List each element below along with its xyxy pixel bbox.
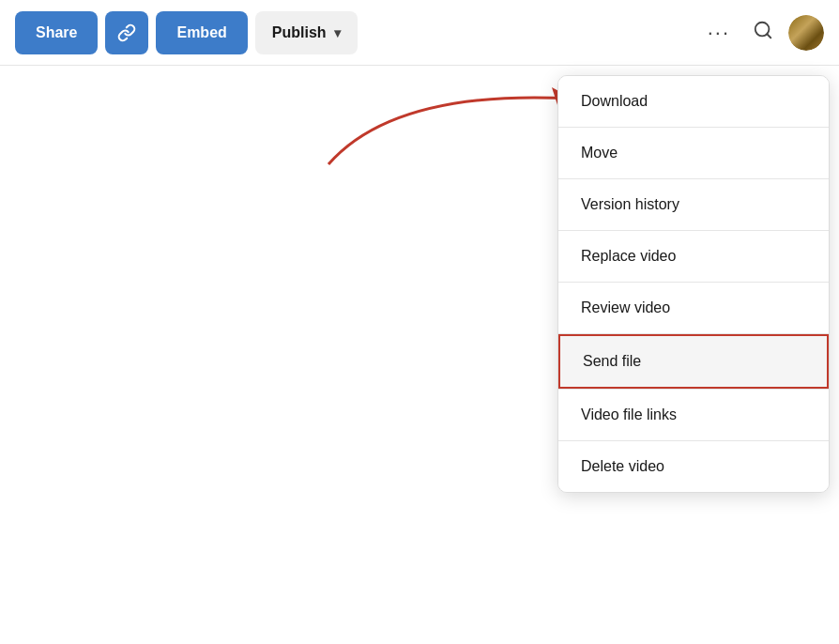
dropdown-menu: Download Move Version history Replace vi… [557,75,830,493]
more-options-button[interactable]: ··· [700,21,738,45]
publish-button[interactable]: Publish ▾ [255,11,358,54]
menu-item-send-file[interactable]: Send file [558,334,829,389]
menu-item-review-video[interactable]: Review video [558,283,829,333]
main-area: Download Move Version history Replace vi… [0,66,839,644]
link-icon-button[interactable] [105,11,148,54]
menu-item-version-history[interactable]: Version history [558,179,829,230]
embed-button[interactable]: Embed [156,11,247,54]
chevron-down-icon: ▾ [334,25,341,40]
menu-item-download[interactable]: Download [558,76,829,127]
menu-item-delete-video[interactable]: Delete video [558,441,829,492]
svg-line-1 [767,34,770,38]
menu-item-replace-video[interactable]: Replace video [558,231,829,282]
publish-label: Publish [272,24,327,41]
search-icon [753,20,773,40]
toolbar: Share Embed Publish ▾ ··· [0,0,839,66]
menu-item-video-file-links[interactable]: Video file links [558,390,829,440]
share-button[interactable]: Share [15,11,98,54]
avatar[interactable] [788,15,824,51]
menu-item-move[interactable]: Move [558,128,829,178]
search-button[interactable] [745,20,781,45]
avatar-image [788,15,824,51]
